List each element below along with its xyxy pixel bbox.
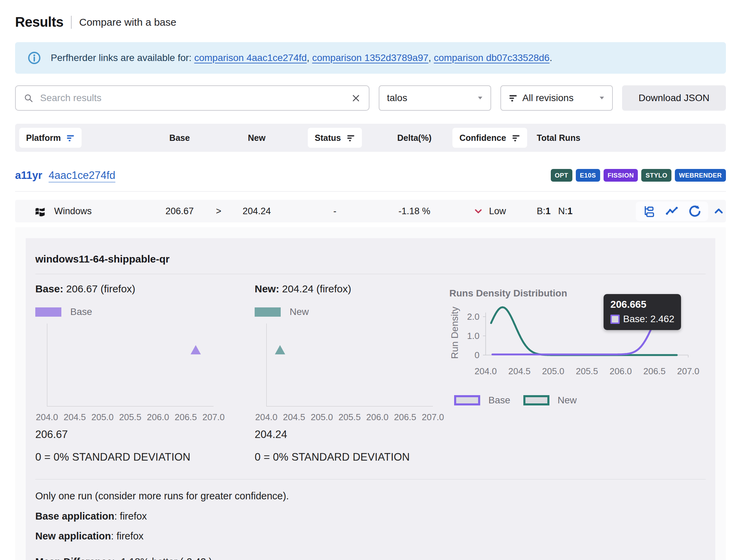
tag-opt: OPT	[551, 169, 572, 182]
revisions-select[interactable]: All revisions	[500, 85, 613, 111]
comparison-link-3[interactable]: comparison db07c33528d6	[434, 52, 550, 63]
controls-row: talos All revisions Download JSON	[15, 85, 726, 111]
detail-outer: windows11-64-shippable-qr Base: 206.67 (…	[15, 227, 726, 560]
trend-down-icon	[474, 207, 483, 216]
tag-e10s: E10S	[576, 169, 600, 182]
density-y-label: Run Density	[449, 307, 460, 359]
tooltip-x-value: 206.665	[610, 299, 674, 310]
total-runs-cell: B:1N:1	[534, 206, 620, 217]
confidence-filter-button[interactable]: Confidence	[452, 128, 527, 148]
detail-notes: Only one run (consider more runs for gre…	[35, 489, 706, 560]
suite-name: a11yr	[15, 169, 42, 181]
page-title: Results	[15, 14, 63, 30]
density-legend-new-swatch	[523, 395, 549, 405]
new-legend: New	[255, 306, 447, 317]
filter-icon	[512, 134, 520, 142]
subtest-title: windows11-64-shippable-qr	[35, 253, 706, 265]
mean-difference-line: Mean Difference: -1.18% better (-2.43 )	[35, 555, 706, 560]
base-value: 206.67	[149, 206, 210, 217]
column-header-delta: Delta(%)	[383, 133, 446, 143]
info-banner: Perfherder links are available for: comp…	[15, 42, 726, 74]
base-marker-triangle	[191, 345, 201, 354]
search-icon	[24, 94, 33, 103]
platform-name: Windows	[54, 206, 92, 217]
page-header: Results Compare with a base	[15, 14, 726, 30]
only-one-run-note: Only one run (consider more runs for gre…	[35, 489, 706, 503]
delta-value: -1.18 %	[383, 206, 446, 217]
caret-down-icon	[477, 96, 483, 100]
filter-icon	[66, 134, 75, 142]
revision-hash-link[interactable]: 4aac1ce274fd	[49, 169, 116, 181]
comparison-arrow: >	[210, 206, 227, 217]
density-column: Runs Density Distribution Run Density 2.…	[447, 283, 706, 463]
row-action-group	[636, 202, 708, 221]
base-legend-swatch	[35, 307, 61, 317]
info-icon	[27, 51, 41, 65]
row-actions	[636, 202, 726, 221]
status-value: -	[287, 206, 383, 217]
confidence-value: Low	[489, 206, 506, 217]
search-input[interactable]	[40, 93, 344, 104]
revisions-selected-value: All revisions	[522, 93, 594, 104]
caret-down-icon	[599, 96, 605, 100]
charts-row: Base: 206.67 (firefox) Base 204.0204.520…	[35, 283, 706, 463]
base-application-line: Base application: firefox	[35, 509, 706, 523]
framework-select[interactable]: talos	[379, 85, 491, 111]
new-application-line: New application: firefox	[35, 529, 706, 543]
collapse-chevron-up-icon[interactable]	[713, 205, 725, 217]
density-legend-base-label: Base	[488, 395, 510, 406]
tooltip-series-line: Base: 2.462	[610, 314, 674, 325]
density-chart: Run Density 2.01.00 206.665 Base: 2.462	[447, 304, 706, 362]
new-stddev: 0 = 0% STANDARD DEVIATION	[255, 451, 447, 463]
detail-card: windows11-64-shippable-qr Base: 206.67 (…	[26, 238, 715, 560]
density-legend: Base New	[454, 395, 706, 406]
base-header: Base: 206.67 (firefox)	[35, 283, 255, 295]
framework-selected-value: talos	[387, 93, 477, 104]
new-legend-swatch	[255, 307, 281, 317]
column-header-base: Base	[149, 133, 210, 143]
status-filter-button[interactable]: Status	[308, 128, 362, 148]
banner-text: Perfherder links are available for: comp…	[51, 52, 552, 63]
title-divider	[71, 16, 72, 29]
chart-tooltip: 206.665 Base: 2.462	[604, 294, 681, 330]
density-legend-new-label: New	[558, 395, 577, 406]
comparison-link-1[interactable]: comparison 4aac1ce274fd	[194, 52, 307, 63]
refresh-icon[interactable]	[689, 205, 701, 218]
tag-fission: FISSION	[604, 169, 638, 182]
windows-logo-icon	[34, 205, 46, 217]
search-box	[15, 85, 369, 111]
results-table-header: Platform Base New Status Delta(%	[15, 124, 726, 152]
tag-list: OPTE10SFISSIONSTYLOWEBRENDER	[551, 169, 726, 182]
new-value: 204.24	[227, 206, 287, 217]
perfherder-results-page: Results Compare with a base Perfherder l…	[0, 14, 741, 560]
platform-filter-button[interactable]: Platform	[19, 128, 82, 148]
new-mean: 204.24	[255, 428, 447, 441]
platform-cell: Windows	[15, 205, 149, 217]
tag-stylo: STYLO	[641, 169, 671, 182]
graph-icon[interactable]	[666, 205, 678, 218]
subtests-icon[interactable]	[643, 205, 655, 218]
revision-header: a11yr 4aac1ce274fd OPTE10SFISSIONSTYLOWE…	[15, 169, 726, 192]
new-x-axis: 204.0204.5205.0205.5206.0206.5207.0	[266, 412, 433, 423]
base-legend: Base	[35, 306, 255, 317]
new-marker-triangle	[275, 345, 285, 354]
density-legend-base-swatch	[454, 395, 480, 405]
tooltip-series-swatch	[610, 315, 620, 324]
download-json-button[interactable]: Download JSON	[622, 85, 726, 111]
new-distribution-column: New: 204.24 (firefox) New 204.0204.5205.…	[255, 283, 447, 463]
clear-search-icon[interactable]	[351, 94, 361, 103]
base-spread-chart	[47, 324, 214, 406]
density-y-ticks: 2.01.00	[462, 304, 479, 360]
filter-icon	[509, 94, 518, 102]
page-subtitle: Compare with a base	[79, 16, 176, 28]
tag-webrender: WEBRENDER	[675, 169, 726, 182]
base-distribution-column: Base: 206.67 (firefox) Base 204.0204.520…	[35, 283, 255, 463]
platform-result-row: Windows 206.67 > 204.24 - -1.18 % Low B:…	[15, 200, 726, 222]
confidence-cell: Low	[446, 206, 534, 217]
base-x-axis: 204.0204.5205.0205.5206.0206.5207.0	[47, 412, 214, 423]
comparison-link-2[interactable]: comparison 1352d3789a97	[312, 52, 428, 63]
column-header-total-runs: Total Runs	[534, 133, 620, 143]
new-header: New: 204.24 (firefox)	[255, 283, 447, 295]
revision-title: a11yr 4aac1ce274fd	[15, 169, 116, 182]
base-stddev: 0 = 0% STANDARD DEVIATION	[35, 451, 255, 463]
